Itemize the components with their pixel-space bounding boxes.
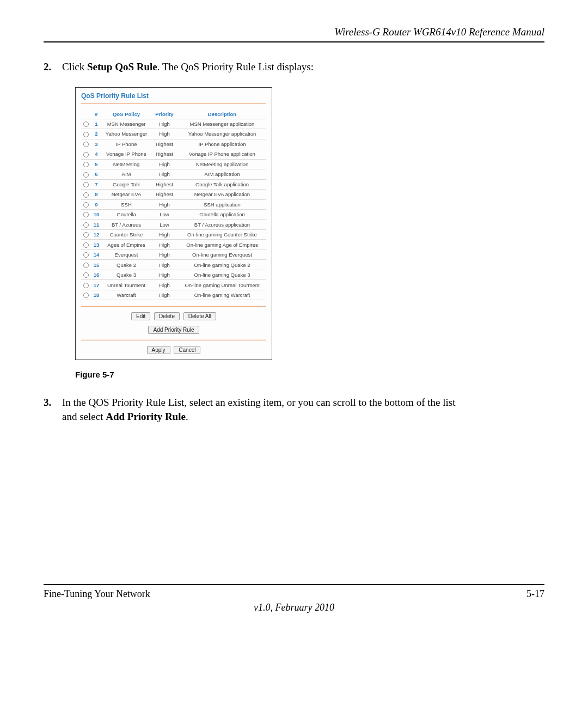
panel-separator — [81, 306, 266, 307]
cancel-button[interactable]: Cancel — [174, 346, 200, 354]
table-row: 4Vonage IP PhoneHighestVonage IP Phone a… — [81, 149, 266, 159]
row-radio[interactable] — [83, 232, 89, 238]
row-radio[interactable] — [83, 242, 89, 248]
col-policy: QoS Policy — [102, 109, 151, 119]
row-policy: Yahoo Messenger — [102, 129, 151, 139]
row-description: Vonage IP Phone application — [178, 149, 266, 159]
table-row: 3IP PhoneHighestIP Phone application — [81, 139, 266, 149]
row-number: 14 — [91, 249, 102, 259]
delete-button[interactable]: Delete — [154, 312, 180, 320]
row-radio[interactable] — [83, 263, 89, 268]
row-priority: Highest — [151, 190, 178, 199]
step-3: 3. In the QOS Priority Rule List, select… — [44, 395, 544, 423]
row-radio[interactable] — [83, 192, 89, 198]
panel-separator — [81, 103, 266, 104]
apply-button[interactable]: Apply — [147, 346, 170, 354]
col-hash: # — [91, 109, 102, 119]
row-radio[interactable] — [83, 272, 89, 278]
row-policy: Quake 3 — [102, 270, 151, 279]
table-row: 2Yahoo MessengerHighYahoo Messenger appl… — [81, 129, 266, 139]
footer-page: 5-17 — [526, 588, 544, 600]
row-number: 2 — [91, 129, 102, 139]
table-row: 10GnutellaLowGnutella application — [81, 210, 266, 220]
row-radio[interactable] — [83, 212, 89, 217]
row-description: Google Talk application — [178, 179, 266, 189]
row-priority: High — [151, 199, 178, 209]
delete-all-button[interactable]: Delete All — [183, 312, 216, 320]
row-description: Yahoo Messenger application — [178, 129, 266, 139]
row-radio[interactable] — [83, 252, 89, 258]
row-number: 13 — [91, 240, 102, 249]
row-description: MSN Messenger application — [178, 119, 266, 129]
row-number: 1 — [91, 119, 102, 129]
row-radio[interactable] — [83, 162, 89, 167]
step-2-text-suffix: . The QoS Priority Rule List displays: — [157, 61, 314, 72]
step-3-line1: In the QOS Priority Rule List, select an… — [62, 397, 455, 408]
row-radio[interactable] — [83, 293, 89, 298]
row-radio[interactable] — [83, 222, 89, 228]
row-number: 3 — [91, 139, 102, 149]
row-radio[interactable] — [83, 142, 89, 147]
row-description: Gnutella application — [178, 210, 266, 220]
row-policy: Ages of Empires — [102, 240, 151, 249]
row-radio[interactable] — [83, 182, 89, 187]
row-description: Netgear EVA application — [178, 190, 266, 199]
row-priority: High — [151, 119, 178, 129]
row-description: AIM application — [178, 169, 266, 179]
table-row: 13Ages of EmpiresHighOn-line gaming Age … — [81, 240, 266, 249]
qos-table: # QoS Policy Priority Description 1MSN M… — [81, 109, 266, 301]
row-radio[interactable] — [83, 202, 89, 208]
row-policy: Quake 2 — [102, 260, 151, 270]
row-radio[interactable] — [83, 283, 89, 288]
row-priority: High — [151, 290, 178, 300]
table-row: 12Counter StrikeHighOn-line gaming Count… — [81, 229, 266, 239]
table-row: 17Unreal TourmentHighOn-line gaming Unre… — [81, 280, 266, 290]
table-row: 6AIMHighAIM application — [81, 169, 266, 179]
row-description: On-line gaming Warcraft — [178, 290, 266, 300]
row-number: 18 — [91, 290, 102, 300]
table-row: 18WarcraftHighOn-line gaming Warcraft — [81, 290, 266, 300]
row-priority: Low — [151, 220, 178, 229]
header-rule — [44, 41, 544, 42]
row-policy: Vonage IP Phone — [102, 149, 151, 159]
row-description: BT / Azureus application — [178, 220, 266, 229]
row-description: SSH application — [178, 199, 266, 209]
figure-caption: Figure 5-7 — [75, 370, 544, 379]
row-radio[interactable] — [83, 132, 89, 137]
row-number: 10 — [91, 210, 102, 220]
row-priority: High — [151, 260, 178, 270]
row-radio[interactable] — [83, 172, 89, 178]
qos-panel-screenshot: QoS Priority Rule List # QoS Policy Prio… — [75, 87, 272, 361]
row-number: 15 — [91, 260, 102, 270]
row-description: IP Phone application — [178, 139, 266, 149]
row-radio[interactable] — [83, 121, 89, 127]
row-radio[interactable] — [83, 152, 89, 157]
row-policy: Warcraft — [102, 290, 151, 300]
step-3-bold: Add Priority Rule — [106, 411, 186, 422]
row-number: 7 — [91, 179, 102, 189]
step-3-line2-a: and select — [62, 411, 106, 422]
row-policy: BT / Azureus — [102, 220, 151, 229]
row-number: 5 — [91, 159, 102, 169]
step-2-bold: Setup QoS Rule — [87, 61, 157, 72]
row-number: 9 — [91, 199, 102, 209]
row-priority: Highest — [151, 139, 178, 149]
row-number: 16 — [91, 270, 102, 279]
row-number: 11 — [91, 220, 102, 229]
table-row: 5NetMeetingHighNetMeeting application — [81, 159, 266, 169]
table-row: 14EverquestHighOn-line gaming Everquest — [81, 249, 266, 259]
row-policy: NetMeeting — [102, 159, 151, 169]
panel-separator — [81, 339, 266, 340]
col-description: Description — [178, 109, 266, 119]
row-priority: Highest — [151, 179, 178, 189]
step-2-body: Click Setup QoS Rule. The QoS Priority R… — [62, 60, 544, 74]
row-description: On-line gaming Quake 2 — [178, 260, 266, 270]
row-number: 4 — [91, 149, 102, 159]
edit-button[interactable]: Edit — [131, 312, 150, 320]
row-description: On-line gaming Unreal Tourment — [178, 280, 266, 290]
row-policy: Counter Strike — [102, 229, 151, 239]
table-row: 16Quake 3HighOn-line gaming Quake 3 — [81, 270, 266, 279]
row-priority: High — [151, 229, 178, 239]
row-priority: High — [151, 249, 178, 259]
add-priority-rule-button[interactable]: Add Priority Rule — [148, 326, 199, 334]
